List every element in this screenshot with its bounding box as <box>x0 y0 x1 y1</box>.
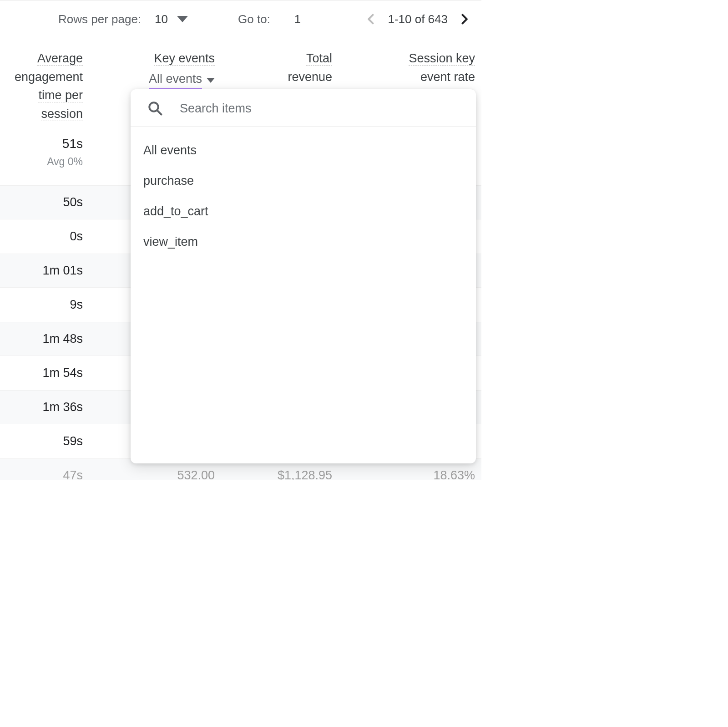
table-cell: 1m 54s <box>6 366 83 380</box>
dropdown-item[interactable]: All events <box>131 135 476 166</box>
dropdown-item[interactable]: view_item <box>131 227 476 257</box>
table-cell: 0s <box>6 229 83 244</box>
search-icon <box>147 100 163 117</box>
dropdown-item[interactable]: purchase <box>131 166 476 196</box>
table-cell: 18.63% <box>332 468 475 480</box>
summary-subtext: Avg 0% <box>6 156 83 168</box>
pager: 1-10 of 643 <box>365 10 481 28</box>
key-events-dropdown-panel: All eventspurchaseadd_to_cartview_item <box>131 89 476 463</box>
rows-per-page-value: 10 <box>155 12 168 26</box>
go-to-input[interactable] <box>284 12 311 27</box>
table-cell: 1m 48s <box>6 332 83 346</box>
table-cell: 1m 36s <box>6 400 83 414</box>
page-range-text: 1-10 of 643 <box>388 12 448 26</box>
table-cell: 59s <box>6 434 83 448</box>
chevron-down-icon <box>207 78 215 83</box>
table-cell: 532.00 <box>83 468 215 480</box>
table-cell: 47s <box>6 468 83 480</box>
chevron-down-icon <box>177 16 188 22</box>
pagination-bar: Rows per page: 10 Go to: 1-10 of 643 <box>0 0 481 38</box>
table-cell: 9s <box>6 298 83 312</box>
rows-per-page-select[interactable]: 10 <box>155 12 188 26</box>
go-to-label: Go to: <box>238 12 270 26</box>
summary-value: 51s Avg 0% <box>6 137 83 168</box>
next-page-button[interactable] <box>458 10 470 28</box>
table-cell: 1m 01s <box>6 264 83 278</box>
key-events-filter-dropdown[interactable]: All events <box>149 70 215 91</box>
dropdown-item[interactable]: add_to_cart <box>131 196 476 227</box>
dropdown-search-input[interactable] <box>179 101 460 116</box>
table-cell: $1,128.95 <box>215 468 332 480</box>
rows-per-page-label: Rows per page: <box>58 12 141 26</box>
col-avg-engagement-header[interactable]: Average engagement time per session <box>6 49 83 123</box>
svg-line-1 <box>157 111 162 115</box>
dropdown-search-row <box>131 89 476 127</box>
dropdown-list: All eventspurchaseadd_to_cartview_item <box>131 127 476 265</box>
table-cell: 50s <box>6 195 83 209</box>
prev-page-button[interactable] <box>365 10 378 28</box>
